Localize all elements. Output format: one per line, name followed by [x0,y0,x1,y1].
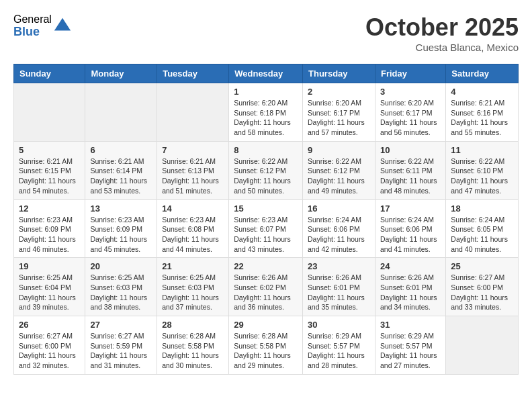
logo-general: General [13,13,52,26]
day-number: 11 [451,145,513,155]
day-info: Sunrise: 6:27 AMSunset: 6:00 PMDaylight:… [19,332,76,369]
calendar-cell: 18Sunrise: 6:24 AMSunset: 6:05 PMDayligh… [446,199,519,258]
day-info: Sunrise: 6:26 AMSunset: 6:02 PMDaylight:… [234,273,291,311]
day-number: 31 [380,320,441,330]
logo-text: General Blue [13,13,52,38]
day-number: 24 [380,261,441,271]
day-info: Sunrise: 6:28 AMSunset: 5:58 PMDaylight:… [162,332,219,369]
calendar-cell: 13Sunrise: 6:23 AMSunset: 6:09 PMDayligh… [85,199,157,258]
location: Cuesta Blanca, Mexico [365,42,519,53]
day-info: Sunrise: 6:29 AMSunset: 5:57 PMDaylight:… [308,332,365,369]
column-header-monday: Monday [85,64,157,83]
calendar-week-row: 19Sunrise: 6:25 AMSunset: 6:04 PMDayligh… [14,258,519,316]
calendar-header-row: SundayMondayTuesdayWednesdayThursdayFrid… [14,64,519,83]
day-number: 9 [308,145,370,155]
day-info: Sunrise: 6:22 AMSunset: 6:12 PMDaylight:… [308,157,365,195]
column-header-sunday: Sunday [14,64,85,83]
calendar-week-row: 12Sunrise: 6:23 AMSunset: 6:09 PMDayligh… [14,199,519,258]
day-info: Sunrise: 6:21 AMSunset: 6:15 PMDaylight:… [19,157,76,195]
day-info: Sunrise: 6:25 AMSunset: 6:03 PMDaylight:… [162,273,219,311]
day-info: Sunrise: 6:22 AMSunset: 6:12 PMDaylight:… [234,157,291,195]
calendar-cell: 10Sunrise: 6:22 AMSunset: 6:11 PMDayligh… [375,141,445,199]
day-info: Sunrise: 6:23 AMSunset: 6:09 PMDaylight:… [90,216,147,253]
day-number: 8 [234,145,298,155]
column-header-tuesday: Tuesday [157,64,229,83]
month-title: October 2025 [365,13,519,42]
column-header-thursday: Thursday [303,64,375,83]
day-number: 21 [162,261,224,271]
column-header-friday: Friday [375,64,445,83]
calendar-cell: 28Sunrise: 6:28 AMSunset: 5:58 PMDayligh… [157,316,229,375]
calendar-cell: 17Sunrise: 6:24 AMSunset: 6:06 PMDayligh… [375,199,445,258]
calendar-cell: 24Sunrise: 6:26 AMSunset: 6:01 PMDayligh… [375,258,445,316]
day-number: 6 [90,145,152,155]
page-header: General Blue October 2025 Cuesta Blanca,… [13,13,519,53]
calendar-cell: 1Sunrise: 6:20 AMSunset: 6:18 PMDaylight… [229,83,303,142]
day-info: Sunrise: 6:28 AMSunset: 5:58 PMDaylight:… [234,332,291,369]
day-number: 28 [162,320,224,330]
day-info: Sunrise: 6:20 AMSunset: 6:17 PMDaylight:… [308,99,365,136]
day-number: 7 [162,145,224,155]
calendar-cell: 25Sunrise: 6:27 AMSunset: 6:00 PMDayligh… [446,258,519,316]
day-number: 16 [308,203,370,214]
calendar-cell: 7Sunrise: 6:21 AMSunset: 6:13 PMDaylight… [157,141,229,199]
day-info: Sunrise: 6:21 AMSunset: 6:16 PMDaylight:… [451,99,508,136]
calendar-cell: 2Sunrise: 6:20 AMSunset: 6:17 PMDaylight… [303,83,375,142]
calendar-cell: 12Sunrise: 6:23 AMSunset: 6:09 PMDayligh… [14,199,85,258]
logo: General Blue [13,13,72,38]
title-block: October 2025 Cuesta Blanca, Mexico [365,13,519,53]
calendar-cell: 21Sunrise: 6:25 AMSunset: 6:03 PMDayligh… [157,258,229,316]
day-info: Sunrise: 6:27 AMSunset: 6:00 PMDaylight:… [451,273,508,311]
day-number: 30 [308,320,370,330]
calendar-cell [157,83,229,142]
calendar-table: SundayMondayTuesdayWednesdayThursdayFrid… [13,64,519,375]
day-info: Sunrise: 6:22 AMSunset: 6:10 PMDaylight:… [451,157,508,195]
logo-icon [53,17,72,36]
day-number: 12 [19,203,80,214]
calendar-cell: 5Sunrise: 6:21 AMSunset: 6:15 PMDaylight… [14,141,85,199]
day-number: 20 [90,261,152,271]
day-info: Sunrise: 6:24 AMSunset: 6:05 PMDaylight:… [451,216,508,253]
calendar-cell: 11Sunrise: 6:22 AMSunset: 6:10 PMDayligh… [446,141,519,199]
day-number: 17 [380,203,441,214]
day-number: 27 [90,320,152,330]
calendar-cell: 15Sunrise: 6:23 AMSunset: 6:07 PMDayligh… [229,199,303,258]
day-info: Sunrise: 6:20 AMSunset: 6:18 PMDaylight:… [234,99,291,136]
day-number: 25 [451,261,513,271]
calendar-cell [85,83,157,142]
calendar-cell: 22Sunrise: 6:26 AMSunset: 6:02 PMDayligh… [229,258,303,316]
calendar-cell: 3Sunrise: 6:20 AMSunset: 6:17 PMDaylight… [375,83,445,142]
day-number: 13 [90,203,152,214]
day-info: Sunrise: 6:23 AMSunset: 6:07 PMDaylight:… [234,216,291,253]
calendar-cell: 29Sunrise: 6:28 AMSunset: 5:58 PMDayligh… [229,316,303,375]
calendar-week-row: 1Sunrise: 6:20 AMSunset: 6:18 PMDaylight… [14,83,519,142]
day-number: 19 [19,261,80,271]
day-info: Sunrise: 6:20 AMSunset: 6:17 PMDaylight:… [380,99,437,136]
column-header-saturday: Saturday [446,64,519,83]
day-number: 14 [162,203,224,214]
day-info: Sunrise: 6:29 AMSunset: 5:57 PMDaylight:… [380,332,437,369]
calendar-cell: 16Sunrise: 6:24 AMSunset: 6:06 PMDayligh… [303,199,375,258]
calendar-cell: 20Sunrise: 6:25 AMSunset: 6:03 PMDayligh… [85,258,157,316]
day-number: 23 [308,261,370,271]
day-info: Sunrise: 6:26 AMSunset: 6:01 PMDaylight:… [308,273,365,311]
calendar-cell: 26Sunrise: 6:27 AMSunset: 6:00 PMDayligh… [14,316,85,375]
calendar-cell: 8Sunrise: 6:22 AMSunset: 6:12 PMDaylight… [229,141,303,199]
day-number: 15 [234,203,298,214]
day-info: Sunrise: 6:27 AMSunset: 5:59 PMDaylight:… [90,332,147,369]
calendar-cell: 4Sunrise: 6:21 AMSunset: 6:16 PMDaylight… [446,83,519,142]
calendar-cell [14,83,85,142]
day-number: 18 [451,203,513,214]
calendar-cell: 27Sunrise: 6:27 AMSunset: 5:59 PMDayligh… [85,316,157,375]
day-info: Sunrise: 6:25 AMSunset: 6:04 PMDaylight:… [19,273,76,311]
day-number: 3 [380,87,441,97]
day-number: 29 [234,320,298,330]
logo-blue: Blue [13,26,52,39]
day-info: Sunrise: 6:21 AMSunset: 6:14 PMDaylight:… [90,157,147,195]
calendar-cell: 19Sunrise: 6:25 AMSunset: 6:04 PMDayligh… [14,258,85,316]
svg-marker-0 [54,18,71,31]
calendar-cell: 31Sunrise: 6:29 AMSunset: 5:57 PMDayligh… [375,316,445,375]
day-number: 4 [451,87,513,97]
day-info: Sunrise: 6:21 AMSunset: 6:13 PMDaylight:… [162,157,219,195]
calendar-cell: 30Sunrise: 6:29 AMSunset: 5:57 PMDayligh… [303,316,375,375]
